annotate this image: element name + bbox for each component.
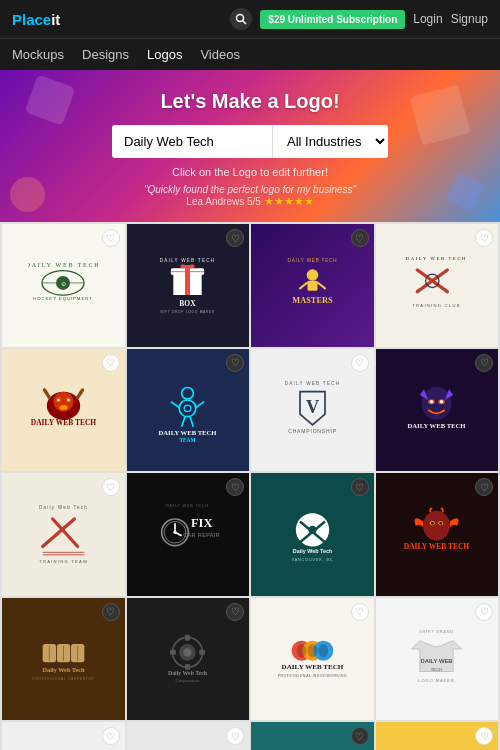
- favorite-icon-7[interactable]: ♡: [351, 354, 369, 372]
- svg-line-18: [300, 283, 308, 289]
- favorite-icon-9[interactable]: ♡: [102, 478, 120, 496]
- logo-card-16[interactable]: ♡ SHIRT BRAND DAILY WEB TECH LOGO MAKER: [376, 598, 499, 721]
- logo-card-2[interactable]: ♡ DAILY WEB TECH BOX GIFT DROP LOGO MAKE…: [127, 224, 250, 347]
- svg-text:DAILY WEB TECH: DAILY WEB TECH: [406, 256, 467, 261]
- svg-text:TRAINING CLUB: TRAINING CLUB: [413, 303, 461, 308]
- svg-rect-92: [185, 664, 190, 670]
- favorite-icon-15[interactable]: ♡: [351, 603, 369, 621]
- svg-text:PROFESSIONAL WOODWORKING: PROFESSIONAL WOODWORKING: [277, 674, 347, 678]
- svg-point-103: [318, 644, 328, 657]
- svg-point-53: [440, 400, 443, 403]
- svg-point-31: [67, 399, 70, 402]
- favorite-icon-13[interactable]: ♡: [102, 603, 120, 621]
- svg-line-1: [243, 21, 247, 25]
- logo-card-1[interactable]: ♡ DAILY WEB TECH ⚙ HOCKEY EQUIPMENT: [2, 224, 125, 347]
- svg-text:Daily Web Tech: Daily Web Tech: [293, 548, 332, 554]
- logo-card-4[interactable]: ♡ DAILY WEB TECH TRAINING CLUB: [376, 224, 499, 347]
- svg-point-36: [184, 405, 191, 412]
- nav-videos[interactable]: Videos: [200, 47, 240, 62]
- svg-point-34: [182, 387, 194, 399]
- logo-card-12[interactable]: ♡ DAILY WEB TECH: [376, 473, 499, 596]
- favorite-icon-20[interactable]: ♡: [475, 727, 493, 745]
- search-button[interactable]: [230, 8, 252, 30]
- svg-text:CAR REPAIR: CAR REPAIR: [184, 533, 221, 539]
- favorite-icon-16[interactable]: ♡: [475, 603, 493, 621]
- favorite-icon-18[interactable]: ♡: [226, 727, 244, 745]
- svg-rect-11: [185, 265, 190, 295]
- hero-reviewer: Lea Andrews 5/5 ★★★★★: [12, 195, 488, 208]
- nav-designs[interactable]: Designs: [82, 47, 129, 62]
- favorite-icon-1[interactable]: ♡: [102, 229, 120, 247]
- logo-card-18[interactable]: ♡ DAILY WEB TECH STUDIO: [127, 722, 250, 750]
- svg-rect-17: [307, 281, 317, 291]
- svg-rect-93: [170, 650, 176, 655]
- favorite-icon-11[interactable]: ♡: [351, 478, 369, 496]
- nav-logos[interactable]: Logos: [147, 47, 182, 62]
- logo-card-13[interactable]: ♡ Daily Web Tech PROFESSIONAL CARPENTER: [2, 598, 125, 721]
- favorite-icon-14[interactable]: ♡: [226, 603, 244, 621]
- logo-card-7[interactable]: ♡ DAILY WEB TECH V CHAMPIONSHIP: [251, 349, 374, 472]
- svg-text:BOX: BOX: [180, 299, 197, 308]
- hero-form: All Industries: [12, 125, 488, 158]
- favorite-icon-10[interactable]: ♡: [226, 478, 244, 496]
- logo-card-11[interactable]: ♡ Daily Web Tech VANCOUVER, BC: [251, 473, 374, 596]
- favorite-icon-5[interactable]: ♡: [102, 354, 120, 372]
- logo-card-3[interactable]: ♡ DAILY WEB TECH MASTERS: [251, 224, 374, 347]
- svg-point-47: [422, 386, 452, 419]
- favorite-icon-3[interactable]: ♡: [351, 229, 369, 247]
- favorite-icon-2[interactable]: ♡: [226, 229, 244, 247]
- hero-section: Let's Make a Logo! All Industries Click …: [0, 70, 500, 222]
- svg-text:DAILY WEB TECH: DAILY WEB TECH: [159, 429, 218, 436]
- hero-testimonial: "Quickly found the perfect logo for my b…: [12, 184, 488, 195]
- logo-card-15[interactable]: ♡ DAILY WEB TECH PROFESSIONAL WOODWORKIN…: [251, 598, 374, 721]
- svg-line-40: [190, 416, 193, 426]
- logo-card-17[interactable]: ♡: [2, 722, 125, 750]
- nav-mockups[interactable]: Mockups: [12, 47, 64, 62]
- logo-card-19[interactable]: ♡ Daily Web Tech: [251, 722, 374, 750]
- svg-text:DAILY WEB TECH: DAILY WEB TECH: [281, 663, 343, 671]
- svg-point-35: [179, 400, 196, 417]
- favorite-icon-6[interactable]: ♡: [226, 354, 244, 372]
- logo-card-10[interactable]: ♡ FIX CAR REPAIR DAILY WEB TECH: [127, 473, 250, 596]
- svg-text:DAILY WEB TECH: DAILY WEB TECH: [166, 505, 209, 509]
- favorite-icon-17[interactable]: ♡: [102, 727, 120, 745]
- svg-text:TEAM: TEAM: [180, 436, 196, 442]
- svg-text:DAILY WEB: DAILY WEB: [421, 658, 453, 664]
- logo-card-9[interactable]: ♡ Daily Web Tech TRAINING TEAM: [2, 473, 125, 596]
- svg-text:DAILY WEB TECH: DAILY WEB TECH: [287, 258, 337, 263]
- logo-card-14[interactable]: ♡ Daily Web Tech Corporation: [127, 598, 250, 721]
- logo-grid: ♡ DAILY WEB TECH ⚙ HOCKEY EQUIPMENT ♡ DA…: [0, 222, 500, 750]
- svg-rect-94: [199, 650, 205, 655]
- signup-link[interactable]: Signup: [451, 12, 488, 26]
- subscription-button[interactable]: $29 Unlimited Subscription: [260, 10, 405, 29]
- logo-card-6[interactable]: ♡ DAILY WEB TECH TEAM: [127, 349, 250, 472]
- svg-line-37: [171, 401, 179, 407]
- svg-text:DAILY WEB TECH: DAILY WEB TECH: [160, 258, 216, 263]
- login-link[interactable]: Login: [413, 12, 442, 26]
- hero-hint: Click on the Logo to edit further!: [12, 166, 488, 178]
- svg-text:DAILY WEB TECH: DAILY WEB TECH: [31, 418, 97, 427]
- svg-text:GIFT DROP LOGO MAKER: GIFT DROP LOGO MAKER: [160, 311, 215, 315]
- svg-point-32: [59, 405, 67, 410]
- logo-card-5[interactable]: ♡ DAILY WEB TECH: [2, 349, 125, 472]
- svg-point-102: [307, 644, 317, 657]
- industry-select[interactable]: All Industries: [272, 125, 388, 158]
- svg-point-65: [174, 531, 177, 534]
- logo-text-input[interactable]: [112, 125, 272, 158]
- svg-text:DAILY WEB TECH: DAILY WEB TECH: [284, 381, 340, 386]
- svg-point-0: [237, 15, 244, 22]
- svg-point-75: [423, 511, 450, 541]
- favorite-icon-12[interactable]: ♡: [475, 478, 493, 496]
- svg-point-30: [57, 399, 60, 402]
- svg-rect-91: [185, 635, 190, 641]
- favorite-icon-4[interactable]: ♡: [475, 229, 493, 247]
- favorite-icon-8[interactable]: ♡: [475, 354, 493, 372]
- svg-line-38: [196, 401, 204, 407]
- logo-card-20[interactable]: ♡ DAILY WEB TECH GAMING: [376, 722, 499, 750]
- header: Placeit $29 Unlimited Subscription Login…: [0, 0, 500, 38]
- main-nav: Mockups Designs Logos Videos: [0, 38, 500, 70]
- svg-text:V: V: [306, 397, 320, 417]
- logo-card-8[interactable]: ♡ DAILY WEB TECH: [376, 349, 499, 472]
- site-logo[interactable]: Placeit: [12, 11, 60, 28]
- favorite-icon-19[interactable]: ♡: [351, 727, 369, 745]
